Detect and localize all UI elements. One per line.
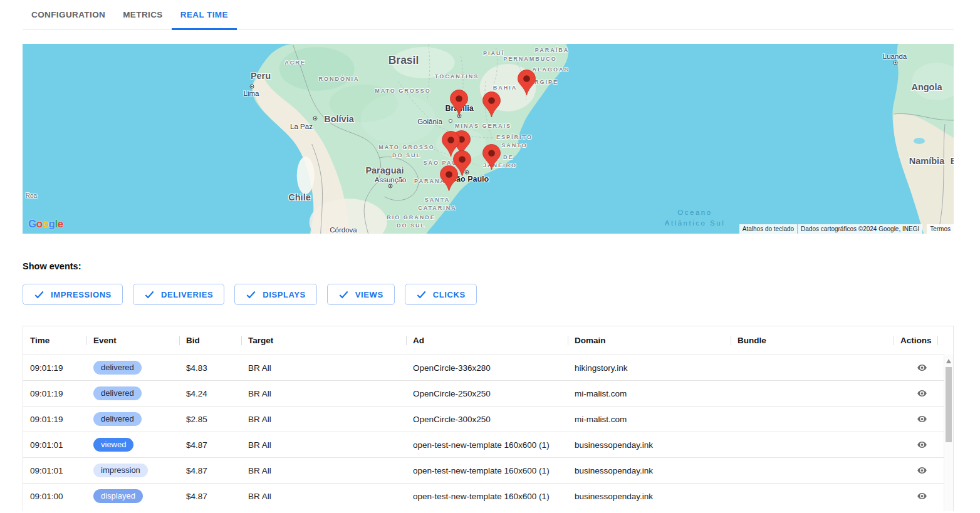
cell-time: 09:01:19 (23, 363, 86, 373)
map[interactable]: BrasilPeruBolíviaChileParaguaiAngolaNamí… (23, 44, 954, 234)
events-table: TimeEventBidTargetAdDomainBundleActions … (23, 326, 954, 511)
event-badge: viewed (93, 438, 133, 452)
cell-ad: open-test-new-template 160x600 (1) (406, 492, 568, 501)
cell-event: viewed (86, 438, 179, 452)
map-pin[interactable] (451, 90, 468, 115)
event-badge: delivered (93, 412, 142, 427)
tab-metrics[interactable]: METRICS (114, 0, 172, 29)
cell-bid: $4.87 (179, 440, 241, 450)
filter-label: VIEWS (355, 290, 383, 299)
cell-ad: OpenCircle-336x280 (406, 363, 568, 373)
event-badge: delivered (93, 386, 142, 401)
terms-link[interactable]: Termos (927, 224, 954, 234)
table-header: TimeEventBidTargetAdDomainBundleActions (23, 326, 953, 355)
eye-icon (915, 465, 929, 475)
event-badge: displayed (93, 489, 143, 504)
cell-domain: businessopenday.ink (568, 440, 731, 450)
check-icon (338, 290, 349, 299)
eye-icon (915, 440, 929, 450)
view-details-button[interactable] (915, 465, 929, 475)
map-pin[interactable] (483, 144, 501, 169)
map-pin[interactable] (440, 165, 458, 190)
cell-bid: $4.87 (179, 466, 241, 475)
check-icon (416, 290, 427, 299)
view-details-button[interactable] (915, 491, 929, 501)
cell-event: delivered (86, 412, 179, 427)
cell-domain: hikingstory.ink (568, 363, 731, 373)
tab-configuration[interactable]: CONFIGURATION (23, 0, 114, 29)
cell-domain: mi-malist.com (568, 415, 731, 424)
cell-bid: $2.85 (179, 415, 241, 424)
col-domain: Domain (568, 336, 731, 345)
cell-bid: $4.83 (179, 363, 241, 373)
col-ad: Ad (406, 336, 568, 345)
cell-target: BR All (241, 440, 406, 450)
view-details-button[interactable] (915, 388, 929, 398)
table-body: 09:01:19delivered$4.83BR AllOpenCircle-3… (23, 355, 953, 509)
scrollbar-thumb[interactable] (946, 367, 952, 442)
keyboard-shortcuts-link[interactable]: Atalhos do teclado (739, 224, 797, 234)
map-pin[interactable] (518, 70, 535, 95)
col-time: Time (23, 336, 86, 345)
eye-icon (915, 363, 929, 373)
cell-time: 09:01:19 (23, 389, 86, 398)
cell-target: BR All (241, 492, 406, 501)
filter-label: DISPLAYS (263, 290, 306, 299)
col-bid: Bid (179, 336, 241, 345)
eye-icon (915, 388, 929, 398)
table-row: 09:01:01impression$4.87BR Allopen-test-n… (23, 457, 953, 483)
map-data-label: Dados cartográficos ©2024 Google, INEGI (798, 224, 922, 234)
eye-icon (915, 491, 929, 501)
cell-bid: $4.87 (179, 492, 241, 501)
map-pin[interactable] (483, 92, 501, 117)
cell-bid: $4.24 (179, 389, 241, 398)
cell-event: delivered (86, 361, 179, 375)
filter-views[interactable]: VIEWS (327, 284, 395, 305)
cell-event: impression (86, 464, 179, 478)
table-row: 09:01:19delivered$4.24BR AllOpenCircle-2… (23, 380, 953, 406)
cell-ad: open-test-new-template 160x600 (1) (406, 466, 568, 475)
map-pins (23, 44, 954, 234)
filter-label: IMPRESSIONS (51, 290, 112, 299)
event-badge: impression (93, 464, 148, 478)
view-details-button[interactable] (915, 363, 929, 373)
col-bundle: Bundle (731, 336, 894, 345)
view-details-button[interactable] (915, 414, 929, 424)
cell-event: displayed (86, 489, 179, 504)
eye-icon (915, 414, 929, 424)
col-target: Target (241, 336, 406, 345)
cell-target: BR All (241, 389, 406, 398)
table-row: 09:01:01viewed$4.87BR Allopen-test-new-t… (23, 432, 953, 457)
check-icon (144, 290, 155, 299)
cell-target: BR All (241, 415, 406, 424)
cell-domain: businessopenday.ink (568, 466, 731, 475)
check-icon (246, 290, 256, 299)
event-badge: delivered (93, 361, 142, 375)
map-attribution[interactable]: Atalhos do tecladoDados cartográficos ©2… (739, 224, 954, 234)
filter-impressions[interactable]: IMPRESSIONS (23, 284, 123, 305)
table-row: 09:01:19delivered$4.83BR AllOpenCircle-3… (23, 355, 953, 380)
filter-clicks[interactable]: CLICKS (405, 284, 477, 305)
cell-time: 09:01:01 (23, 440, 86, 450)
check-icon (34, 290, 44, 299)
show-events-label: Show events: (23, 261, 957, 271)
tab-real-time[interactable]: REAL TIME (172, 0, 237, 29)
cell-time: 09:01:19 (23, 415, 86, 424)
event-filters: IMPRESSIONSDELIVERIESDISPLAYSVIEWSCLICKS (23, 284, 957, 305)
col-actions: Actions (894, 336, 953, 345)
cell-target: BR All (241, 466, 406, 475)
view-details-button[interactable] (915, 440, 929, 450)
cell-domain: businessopenday.ink (568, 492, 731, 501)
table-scrollbar[interactable] (944, 355, 953, 511)
filter-displays[interactable]: DISPLAYS (234, 284, 317, 305)
cell-ad: OpenCircle-300x250 (406, 415, 568, 424)
scrollbar-up-icon[interactable] (946, 359, 951, 363)
cell-target: BR All (241, 363, 406, 373)
filter-label: CLICKS (433, 290, 466, 299)
filter-deliveries[interactable]: DELIVERIES (133, 284, 224, 305)
cell-ad: open-test-new-template 160x600 (1) (406, 440, 568, 450)
table-row: 09:01:00displayed$4.87BR Allopen-test-ne… (23, 483, 953, 509)
col-event: Event (86, 336, 179, 345)
google-logo: Google (28, 218, 63, 231)
table-row: 09:01:19delivered$2.85BR AllOpenCircle-3… (23, 406, 953, 432)
